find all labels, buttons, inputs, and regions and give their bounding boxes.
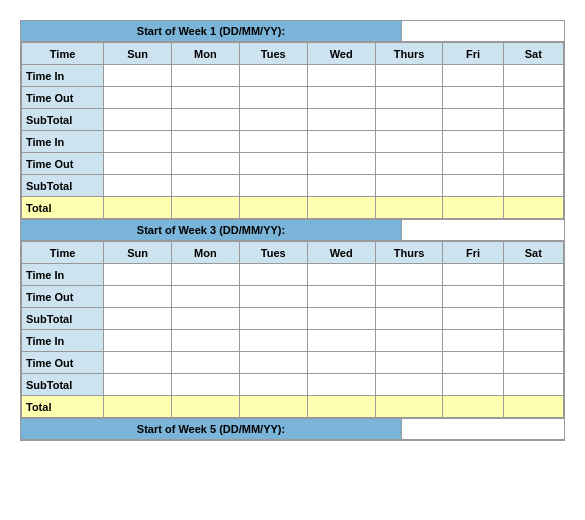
cell[interactable] <box>104 352 172 374</box>
total-cell[interactable] <box>375 396 443 418</box>
cell[interactable] <box>503 286 563 308</box>
cell[interactable] <box>443 374 503 396</box>
cell[interactable] <box>239 330 307 352</box>
cell[interactable] <box>307 175 375 197</box>
cell[interactable] <box>239 175 307 197</box>
cell[interactable] <box>104 330 172 352</box>
total-cell[interactable] <box>307 197 375 219</box>
cell[interactable] <box>171 286 239 308</box>
cell[interactable] <box>104 264 172 286</box>
cell[interactable] <box>375 352 443 374</box>
cell[interactable] <box>307 374 375 396</box>
cell[interactable] <box>307 330 375 352</box>
cell[interactable] <box>104 131 172 153</box>
cell[interactable] <box>503 109 563 131</box>
total-cell[interactable] <box>171 396 239 418</box>
total-cell[interactable] <box>239 396 307 418</box>
total-cell[interactable] <box>307 396 375 418</box>
cell[interactable] <box>307 65 375 87</box>
total-cell[interactable] <box>375 197 443 219</box>
cell[interactable] <box>239 286 307 308</box>
total-cell[interactable] <box>171 197 239 219</box>
cell[interactable] <box>375 109 443 131</box>
cell[interactable] <box>239 131 307 153</box>
cell[interactable] <box>104 153 172 175</box>
cell[interactable] <box>375 65 443 87</box>
cell[interactable] <box>104 87 172 109</box>
cell[interactable] <box>171 131 239 153</box>
cell[interactable] <box>443 131 503 153</box>
cell[interactable] <box>375 308 443 330</box>
col-tues: Tues <box>239 242 307 264</box>
cell[interactable] <box>443 65 503 87</box>
cell[interactable] <box>104 374 172 396</box>
cell[interactable] <box>375 286 443 308</box>
total-cell[interactable] <box>104 197 172 219</box>
cell[interactable] <box>503 352 563 374</box>
cell[interactable] <box>503 308 563 330</box>
cell[interactable] <box>307 264 375 286</box>
cell[interactable] <box>443 153 503 175</box>
cell[interactable] <box>503 175 563 197</box>
cell[interactable] <box>503 153 563 175</box>
cell[interactable] <box>171 65 239 87</box>
cell[interactable] <box>375 87 443 109</box>
cell[interactable] <box>443 109 503 131</box>
cell[interactable] <box>171 153 239 175</box>
cell[interactable] <box>503 65 563 87</box>
cell[interactable] <box>239 87 307 109</box>
cell[interactable] <box>239 264 307 286</box>
cell[interactable] <box>443 87 503 109</box>
cell[interactable] <box>171 330 239 352</box>
cell[interactable] <box>503 330 563 352</box>
cell[interactable] <box>375 330 443 352</box>
cell[interactable] <box>307 352 375 374</box>
cell[interactable] <box>443 264 503 286</box>
cell[interactable] <box>239 352 307 374</box>
cell[interactable] <box>171 175 239 197</box>
cell[interactable] <box>104 109 172 131</box>
cell[interactable] <box>171 352 239 374</box>
cell[interactable] <box>239 109 307 131</box>
cell[interactable] <box>171 308 239 330</box>
cell[interactable] <box>307 87 375 109</box>
cell[interactable] <box>104 308 172 330</box>
cell[interactable] <box>443 308 503 330</box>
cell[interactable] <box>503 131 563 153</box>
cell[interactable] <box>239 153 307 175</box>
cell[interactable] <box>443 330 503 352</box>
total-cell[interactable] <box>503 197 563 219</box>
cell[interactable] <box>503 264 563 286</box>
cell[interactable] <box>104 286 172 308</box>
cell[interactable] <box>239 308 307 330</box>
week1-header: Start of Week 1 (DD/MM/YY): <box>21 21 402 41</box>
total-cell[interactable] <box>443 197 503 219</box>
cell[interactable] <box>171 374 239 396</box>
cell[interactable] <box>307 109 375 131</box>
cell[interactable] <box>171 264 239 286</box>
cell[interactable] <box>443 286 503 308</box>
total-cell[interactable] <box>503 396 563 418</box>
cell[interactable] <box>375 131 443 153</box>
cell[interactable] <box>307 286 375 308</box>
cell[interactable] <box>375 374 443 396</box>
cell[interactable] <box>503 374 563 396</box>
cell[interactable] <box>443 175 503 197</box>
cell[interactable] <box>171 87 239 109</box>
cell[interactable] <box>307 131 375 153</box>
cell[interactable] <box>375 175 443 197</box>
cell[interactable] <box>375 264 443 286</box>
cell[interactable] <box>375 153 443 175</box>
total-cell[interactable] <box>104 396 172 418</box>
cell[interactable] <box>443 352 503 374</box>
cell[interactable] <box>104 65 172 87</box>
cell[interactable] <box>503 87 563 109</box>
cell[interactable] <box>171 109 239 131</box>
cell[interactable] <box>307 308 375 330</box>
total-cell[interactable] <box>239 197 307 219</box>
cell[interactable] <box>239 65 307 87</box>
cell[interactable] <box>307 153 375 175</box>
cell[interactable] <box>239 374 307 396</box>
total-cell[interactable] <box>443 396 503 418</box>
cell[interactable] <box>104 175 172 197</box>
